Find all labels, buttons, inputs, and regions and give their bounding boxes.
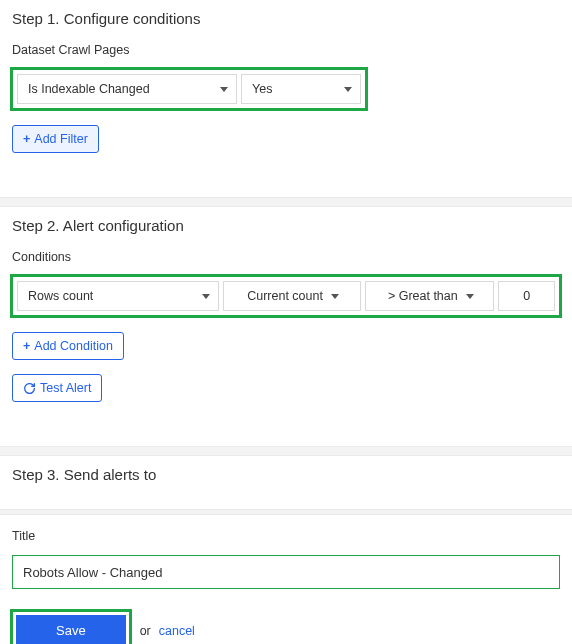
chevron-down-icon	[344, 87, 352, 92]
add-filter-button[interactable]: + Add Filter	[12, 125, 99, 153]
save-highlight: Save	[10, 609, 132, 644]
divider	[0, 197, 572, 207]
add-filter-label: Add Filter	[34, 132, 88, 146]
save-button[interactable]: Save	[16, 615, 126, 644]
chevron-down-icon	[220, 87, 228, 92]
cancel-link[interactable]: cancel	[159, 624, 195, 638]
chevron-down-icon	[466, 294, 474, 299]
filter-field-value: Is Indexable Changed	[28, 82, 150, 96]
threshold-input[interactable]: 0	[498, 281, 555, 311]
conditions-label: Conditions	[0, 242, 572, 270]
test-alert-label: Test Alert	[40, 381, 91, 395]
title-label: Title	[0, 515, 572, 549]
test-alert-button[interactable]: Test Alert	[12, 374, 102, 402]
operator-select[interactable]: > Great than	[365, 281, 494, 311]
operator-value: > Great than	[388, 289, 458, 303]
dataset-label: Dataset Crawl Pages	[0, 35, 572, 63]
filter-value-select[interactable]: Yes	[241, 74, 361, 104]
plus-icon: +	[23, 132, 30, 146]
plus-icon: +	[23, 339, 30, 353]
divider	[0, 446, 572, 456]
threshold-value: 0	[523, 289, 530, 303]
alert-title-input[interactable]	[12, 555, 560, 589]
step1-header: Step 1. Configure conditions	[0, 0, 572, 35]
metric-value: Rows count	[28, 289, 93, 303]
step2-header: Step 2. Alert configuration	[0, 207, 572, 242]
metric-select[interactable]: Rows count	[17, 281, 219, 311]
scope-select[interactable]: Current count	[223, 281, 361, 311]
refresh-icon	[23, 382, 36, 395]
chevron-down-icon	[202, 294, 210, 299]
chevron-down-icon	[331, 294, 339, 299]
scope-value: Current count	[247, 289, 323, 303]
filter-field-select[interactable]: Is Indexable Changed	[17, 74, 237, 104]
step2-highlight: Rows count Current count > Great than 0	[10, 274, 562, 318]
step1-highlight: Is Indexable Changed Yes	[10, 67, 368, 111]
add-condition-label: Add Condition	[34, 339, 113, 353]
add-condition-button[interactable]: + Add Condition	[12, 332, 124, 360]
filter-value-text: Yes	[252, 82, 272, 96]
or-text: or	[140, 624, 151, 638]
step3-header: Step 3. Send alerts to	[0, 456, 572, 491]
